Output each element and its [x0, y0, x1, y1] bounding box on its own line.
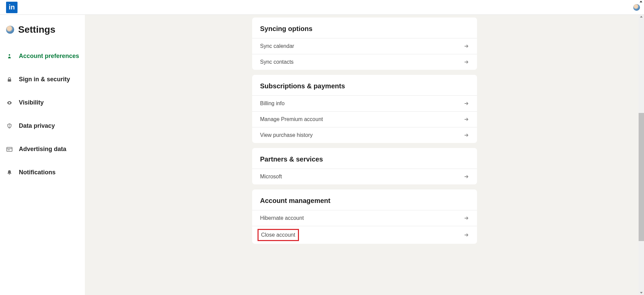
section-syncing-options: Syncing options Sync calendar Sync conta… [252, 18, 477, 70]
arrow-right-icon [464, 59, 469, 65]
section-subscriptions-payments: Subscriptions & payments Billing info Ma… [252, 75, 477, 143]
content-area: Syncing options Sync calendar Sync conta… [85, 15, 644, 295]
section-title: Partners & services [252, 148, 477, 169]
row-label: Manage Premium account [260, 116, 323, 122]
sidebar-header: Settings [6, 24, 85, 35]
row-purchase-history[interactable]: View purchase history [252, 127, 477, 143]
arrow-right-icon [464, 232, 469, 238]
scroll-up-icon[interactable] [640, 16, 643, 18]
arrow-right-icon [464, 132, 469, 138]
shield-icon [6, 123, 13, 129]
arrow-right-icon [464, 43, 469, 49]
sidebar-item-account-preferences[interactable]: Account preferences [6, 49, 85, 63]
sidebar-item-visibility[interactable]: Visibility [6, 96, 85, 110]
row-label: View purchase history [260, 132, 313, 138]
eye-icon [6, 99, 13, 106]
sidebar-item-advertising-data[interactable]: Advertising data [6, 142, 85, 156]
scrollbar-thumb[interactable] [639, 113, 644, 241]
row-sync-contacts[interactable]: Sync contacts [252, 54, 477, 70]
section-partners-services: Partners & services Microsoft [252, 148, 477, 184]
section-title: Account management [252, 189, 477, 210]
sidebar: Settings Account preferences Sign in & s… [0, 15, 85, 295]
row-label: Microsoft [260, 174, 282, 180]
row-sync-calendar[interactable]: Sync calendar [252, 38, 477, 54]
sidebar-item-notifications[interactable]: Notifications [6, 166, 85, 179]
row-label: Billing info [260, 100, 285, 107]
linkedin-logo[interactable]: in [6, 2, 18, 13]
lock-icon [6, 76, 13, 83]
logo-text: in [9, 3, 15, 11]
row-label: Sync calendar [260, 43, 294, 49]
arrow-right-icon [464, 174, 469, 179]
sidebar-item-label: Visibility [19, 99, 44, 106]
sidebar-item-data-privacy[interactable]: Data privacy [6, 119, 85, 133]
row-close-account[interactable]: Close account [252, 226, 477, 244]
row-hibernate-account[interactable]: Hibernate account [252, 210, 477, 226]
svg-rect-1 [8, 79, 11, 82]
caret-up-icon [640, 1, 642, 2]
person-icon [6, 53, 13, 60]
section-title: Syncing options [252, 18, 477, 38]
sidebar-item-label: Notifications [19, 169, 56, 176]
arrow-right-icon [464, 117, 469, 122]
sidebar-item-sign-in-security[interactable]: Sign in & security [6, 72, 85, 86]
row-label: Close account [258, 229, 299, 241]
svg-point-0 [9, 54, 10, 55]
row-billing-info[interactable]: Billing info [252, 95, 477, 111]
row-manage-premium[interactable]: Manage Premium account [252, 111, 477, 127]
arrow-right-icon [464, 101, 469, 106]
arrow-right-icon [464, 215, 469, 221]
sidebar-item-label: Account preferences [19, 53, 79, 60]
sidebar-item-label: Data privacy [19, 122, 55, 129]
main-wrap: Settings Account preferences Sign in & s… [0, 15, 644, 295]
row-label: Sync contacts [260, 59, 294, 65]
svg-rect-2 [7, 147, 12, 151]
bell-icon [6, 169, 13, 176]
row-microsoft[interactable]: Microsoft [252, 169, 477, 184]
row-label: Hibernate account [260, 215, 304, 221]
section-title: Subscriptions & payments [252, 75, 477, 95]
ad-icon [6, 146, 13, 153]
avatar[interactable] [633, 4, 640, 11]
top-bar: in [0, 0, 644, 15]
sidebar-item-label: Sign in & security [19, 76, 70, 83]
scroll-down-icon[interactable] [640, 292, 643, 294]
section-account-management: Account management Hibernate account Clo… [252, 189, 477, 244]
sidebar-avatar[interactable] [6, 26, 14, 34]
sidebar-item-label: Advertising data [19, 146, 66, 153]
page-title: Settings [18, 24, 55, 35]
